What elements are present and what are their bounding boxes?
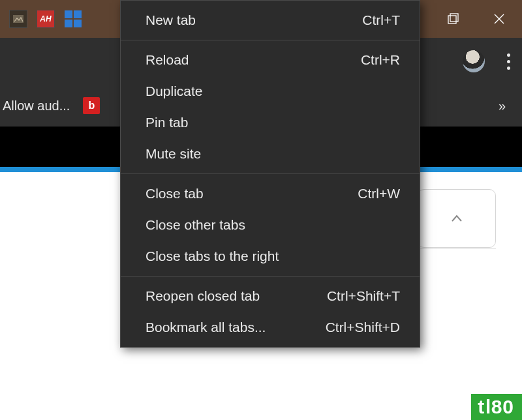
context-menu-item[interactable]: Close tabCtrl+W: [121, 178, 420, 209]
context-menu-item-shortcut: Ctrl+W: [358, 186, 400, 202]
task-icon-picture[interactable]: [9, 10, 27, 28]
context-menu-item[interactable]: Mute site: [121, 138, 420, 170]
windows-icon: [65, 10, 82, 27]
bookmark-item-allow-audio[interactable]: Allow aud...: [3, 98, 70, 113]
close-icon: [493, 13, 505, 25]
context-menu-item-shortcut: Ctrl+R: [361, 52, 400, 68]
bookmarks-overflow-button[interactable]: »: [499, 98, 504, 113]
window-restore-button[interactable]: [431, 0, 476, 38]
task-icon-windows[interactable]: [64, 10, 82, 28]
context-menu-item[interactable]: Pin tab: [121, 107, 420, 138]
context-menu-item-label: Close tabs to the right: [146, 248, 279, 264]
context-menu-item[interactable]: New tabCtrl+T: [121, 5, 420, 36]
context-menu-item[interactable]: Close other tabs: [121, 209, 420, 241]
window-close-button[interactable]: [476, 0, 522, 38]
browser-menu-button[interactable]: [503, 50, 514, 74]
card-divider: [418, 248, 496, 248]
context-menu-item-shortcut: Ctrl+Shift+D: [326, 320, 400, 335]
context-menu-item-label: Reload: [146, 52, 189, 68]
kebab-dot-icon: [507, 53, 510, 57]
svg-rect-1: [450, 14, 458, 22]
tab-context-menu: New tabCtrl+TReloadCtrl+RDuplicatePin ta…: [120, 0, 420, 348]
context-menu-item-label: Close tab: [146, 186, 204, 202]
context-menu-item-label: Pin tab: [146, 115, 188, 130]
context-menu-item-label: Close other tabs: [146, 217, 245, 233]
profile-avatar[interactable]: [463, 50, 485, 72]
task-icon-ah[interactable]: AH: [37, 10, 55, 28]
restore-icon: [448, 13, 459, 25]
picture-icon: [13, 15, 23, 23]
chevron-up-icon: [450, 211, 464, 226]
context-menu-item-label: Reopen closed tab: [146, 288, 260, 304]
context-menu-separator: [121, 276, 420, 277]
collapse-card[interactable]: [418, 189, 496, 248]
context-menu-item-label: New tab: [146, 12, 196, 28]
kebab-dot-icon: [507, 67, 510, 70]
context-menu-item[interactable]: Bookmark all tabs...Ctrl+Shift+D: [121, 312, 420, 343]
context-menu-separator: [121, 173, 420, 174]
context-menu-item-label: Mute site: [146, 146, 201, 162]
bookmark-item-b[interactable]: b: [83, 97, 100, 114]
context-menu-item[interactable]: Close tabs to the right: [121, 241, 420, 272]
window-controls: [431, 0, 522, 38]
context-menu-item[interactable]: Duplicate: [121, 76, 420, 107]
svg-rect-2: [448, 16, 456, 23]
context-menu-item-label: Bookmark all tabs...: [146, 320, 266, 335]
watermark-badge: tl80: [471, 394, 522, 420]
kebab-dot-icon: [507, 60, 510, 63]
context-menu-item[interactable]: ReloadCtrl+R: [121, 44, 420, 76]
context-menu-item-shortcut: Ctrl+T: [362, 12, 400, 28]
context-menu-item-shortcut: Ctrl+Shift+T: [327, 288, 400, 304]
context-menu-item[interactable]: Reopen closed tabCtrl+Shift+T: [121, 280, 420, 312]
context-menu-item-label: Duplicate: [146, 83, 203, 99]
context-menu-separator: [121, 40, 420, 40]
